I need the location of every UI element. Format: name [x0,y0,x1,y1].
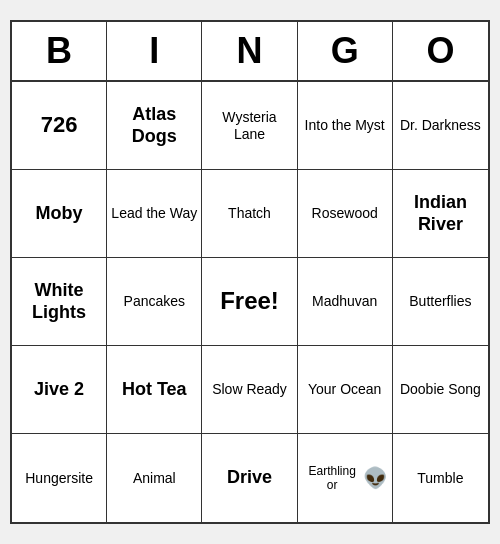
bingo-letter-o: O [393,22,488,80]
bingo-cell-14: Butterflies [393,258,488,346]
cell-text: Butterflies [409,293,471,310]
bingo-cell-21: Animal [107,434,202,522]
cell-text: Jive 2 [34,379,84,401]
bingo-cell-4: Dr. Darkness [393,82,488,170]
bingo-cell-18: Your Ocean [298,346,393,434]
bingo-cell-3: Into the Myst [298,82,393,170]
cell-text: Tumble [417,470,463,487]
bingo-cell-6: Lead the Way [107,170,202,258]
bingo-cell-16: Hot Tea [107,346,202,434]
bingo-cell-7: Thatch [202,170,297,258]
bingo-cell-0: 726 [12,82,107,170]
cell-text: Drive [227,467,272,489]
bingo-cell-12: Free! [202,258,297,346]
bingo-letter-i: I [107,22,202,80]
cell-text: White Lights [16,280,102,323]
cell-text: Hungersite [25,470,93,487]
cell-text: Pancakes [124,293,185,310]
bingo-card: BINGO 726Atlas DogsWysteria LaneInto the… [10,20,490,524]
bingo-cell-17: Slow Ready [202,346,297,434]
cell-text: Rosewood [312,205,378,222]
bingo-cell-24: Tumble [393,434,488,522]
cell-text: Dr. Darkness [400,117,481,134]
bingo-cell-8: Rosewood [298,170,393,258]
cell-text: Earthling or [302,464,363,493]
cell-text: Atlas Dogs [111,104,197,147]
bingo-cell-1: Atlas Dogs [107,82,202,170]
bingo-header: BINGO [12,22,488,82]
cell-text: Indian River [397,192,484,235]
cell-text: Wysteria Lane [206,109,292,143]
cell-text: Into the Myst [305,117,385,134]
bingo-cell-11: Pancakes [107,258,202,346]
cell-emoji: 👽 [363,466,388,490]
bingo-grid: 726Atlas DogsWysteria LaneInto the MystD… [12,82,488,522]
bingo-cell-23: Earthling or👽 [298,434,393,522]
bingo-letter-b: B [12,22,107,80]
cell-text: Thatch [228,205,271,222]
bingo-cell-9: Indian River [393,170,488,258]
bingo-cell-22: Drive [202,434,297,522]
bingo-letter-g: G [298,22,393,80]
cell-text: Slow Ready [212,381,287,398]
bingo-cell-19: Doobie Song [393,346,488,434]
bingo-cell-2: Wysteria Lane [202,82,297,170]
bingo-cell-13: Madhuvan [298,258,393,346]
bingo-cell-15: Jive 2 [12,346,107,434]
cell-text: Lead the Way [111,205,197,222]
cell-text: Hot Tea [122,379,187,401]
bingo-cell-20: Hungersite [12,434,107,522]
cell-text: 726 [41,112,78,138]
bingo-letter-n: N [202,22,297,80]
cell-text: Your Ocean [308,381,381,398]
bingo-cell-5: Moby [12,170,107,258]
cell-text: Free! [220,287,279,316]
cell-text: Animal [133,470,176,487]
cell-text: Moby [36,203,83,225]
cell-text: Madhuvan [312,293,377,310]
bingo-cell-10: White Lights [12,258,107,346]
cell-text: Doobie Song [400,381,481,398]
